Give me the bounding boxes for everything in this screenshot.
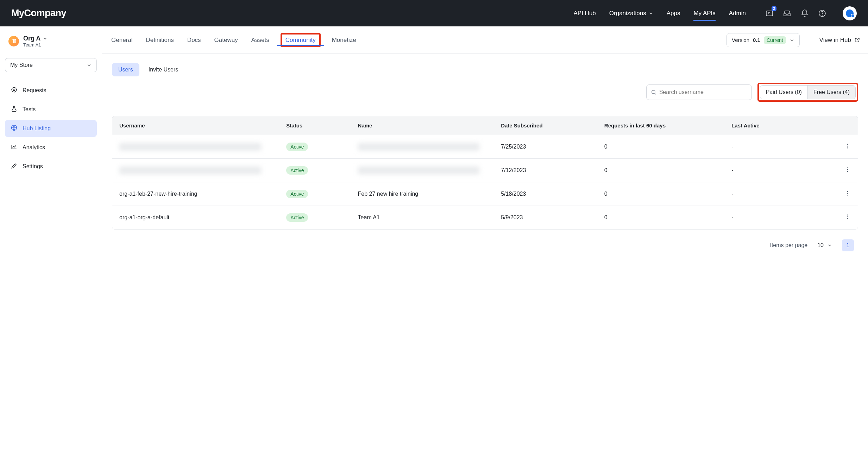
search-input-wrap[interactable] <box>646 84 752 100</box>
row-menu-button[interactable] <box>811 214 851 221</box>
cell-status: Active <box>286 214 358 221</box>
col-header: Status <box>286 123 358 128</box>
search-icon <box>651 89 656 95</box>
table-row: Active7/12/20230- <box>112 158 858 182</box>
tab-gateway[interactable]: Gateway <box>213 27 239 53</box>
sidebar-item-label: Hub Listing <box>23 125 51 132</box>
svg-point-21 <box>847 218 848 219</box>
version-prefix: Version <box>732 37 749 43</box>
help-icon[interactable] <box>818 9 826 18</box>
topnav-link-apps[interactable]: Apps <box>667 0 680 26</box>
pager-label: Items per page <box>770 242 807 249</box>
pager: Items per page 10 1 <box>102 230 868 261</box>
topnav-link-admin[interactable]: Admin <box>729 0 746 26</box>
sidebar-item-label: Requests <box>23 87 46 94</box>
cell-username: org-a1-org-a-default <box>119 214 286 221</box>
sidebar-item-settings[interactable]: Settings <box>5 158 97 175</box>
col-header: Last Active <box>731 123 811 128</box>
svg-point-6 <box>12 87 16 92</box>
globe-icon <box>11 124 18 133</box>
svg-point-15 <box>847 171 848 172</box>
col-header: Name <box>358 123 501 128</box>
page-number[interactable]: 1 <box>842 239 854 251</box>
cell-status: Active <box>286 144 358 150</box>
tab-community[interactable]: Community <box>281 33 321 47</box>
team-name: Team A1 <box>23 42 48 48</box>
search-input[interactable] <box>659 89 747 95</box>
tabs-bar: GeneralDefinitionsDocsGatewayAssetsCommu… <box>102 26 868 54</box>
sidebar-item-tests[interactable]: Tests <box>5 101 97 118</box>
topnav-link-organizations[interactable]: Organizations <box>609 0 653 26</box>
messages-icon[interactable]: 2 <box>765 9 774 18</box>
cell-last-active: - <box>731 191 811 197</box>
inbox-icon[interactable] <box>783 9 791 18</box>
filter-paid-users-0-[interactable]: Paid Users (0) <box>760 86 807 99</box>
svg-point-20 <box>847 216 848 217</box>
topnav-link-api-hub[interactable]: API Hub <box>574 0 596 26</box>
kebab-icon <box>844 214 851 220</box>
cell-status: Active <box>286 167 358 174</box>
svg-point-13 <box>847 168 848 168</box>
table-row: org-a1-feb-27-new-hire-trainingActiveFeb… <box>112 182 858 206</box>
bell-icon[interactable] <box>800 9 809 18</box>
row-menu-button[interactable] <box>811 190 851 198</box>
chevron-down-icon <box>790 38 794 43</box>
row-menu-button[interactable] <box>811 167 851 174</box>
kebab-icon <box>844 190 851 196</box>
version-selector[interactable]: Version 0.1 Current <box>727 33 800 47</box>
col-header: Username <box>119 123 286 128</box>
side-nav: RequestsTestsHub ListingAnalyticsSetting… <box>5 82 97 175</box>
chevron-down-icon <box>43 36 48 41</box>
tab-docs[interactable]: Docs <box>186 27 202 53</box>
avatar[interactable] <box>843 6 857 20</box>
chevron-down-icon <box>648 11 653 16</box>
cell-status: Active <box>286 191 358 197</box>
per-page-value: 10 <box>817 242 824 249</box>
svg-rect-5 <box>15 39 15 43</box>
svg-point-9 <box>652 90 655 94</box>
top-nav: MyCompany API HubOrganizations AppsMy AP… <box>0 0 868 26</box>
tab-general[interactable]: General <box>110 27 134 53</box>
sidebar-item-hub-listing[interactable]: Hub Listing <box>5 120 97 137</box>
row-menu-button[interactable] <box>811 143 851 151</box>
table-header: UsernameStatusNameDate SubscribedRequest… <box>112 116 858 135</box>
store-selector[interactable]: My Store <box>5 58 97 72</box>
cell-requests: 0 <box>604 214 731 221</box>
target-icon <box>11 86 18 95</box>
flask-icon <box>11 105 18 114</box>
sidebar-item-requests[interactable]: Requests <box>5 82 97 99</box>
version-value: 0.1 <box>753 37 760 43</box>
topnav-links: API HubOrganizations AppsMy APIsAdmin <box>574 0 746 26</box>
per-page-select[interactable]: 10 <box>817 242 832 249</box>
sidebar-item-label: Settings <box>23 163 43 170</box>
filter-free-users-4-[interactable]: Free Users (4) <box>807 86 855 99</box>
subtab-invite-users[interactable]: Invite Users <box>142 63 184 76</box>
pencil-icon <box>11 162 18 171</box>
sidebar-item-analytics[interactable]: Analytics <box>5 139 97 156</box>
subtab-users[interactable]: Users <box>112 63 139 76</box>
svg-point-10 <box>847 144 848 145</box>
view-in-hub-link[interactable]: View in Hub <box>819 37 860 44</box>
chevron-down-icon <box>87 63 92 68</box>
cell-name <box>358 143 501 151</box>
chart-icon <box>11 143 18 152</box>
cell-name: Feb 27 new hire training <box>358 191 501 197</box>
cell-requests: 0 <box>604 144 731 150</box>
brand: MyCompany <box>11 8 66 19</box>
kebab-icon <box>844 143 851 149</box>
tab-assets[interactable]: Assets <box>250 27 271 53</box>
topnav-link-my-apis[interactable]: My APIs <box>693 0 715 26</box>
cell-last-active: - <box>731 144 811 150</box>
sidebar: Org A Team A1 My Store RequestsTestsHub … <box>0 26 102 452</box>
svg-point-19 <box>847 215 848 215</box>
tab-definitions[interactable]: Definitions <box>144 27 175 53</box>
cell-name: Team A1 <box>358 214 501 221</box>
table-row: Active7/25/20230- <box>112 135 858 158</box>
col-header <box>811 123 851 128</box>
cell-requests: 0 <box>604 167 731 174</box>
cell-last-active: - <box>731 214 811 221</box>
org-switcher[interactable]: Org A Team A1 <box>5 35 97 51</box>
svg-point-7 <box>13 89 15 91</box>
tab-monetize[interactable]: Monetize <box>331 27 358 53</box>
kebab-icon <box>844 167 851 173</box>
